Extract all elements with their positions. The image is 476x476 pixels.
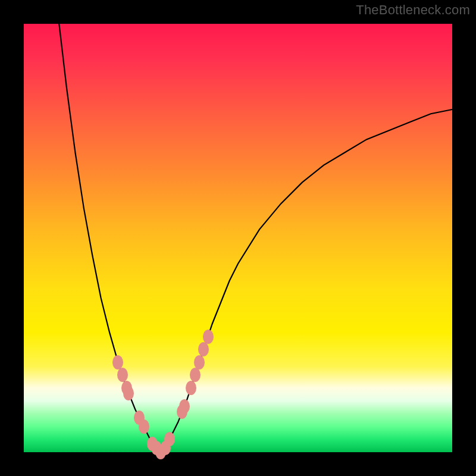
curve-marker-dot <box>203 330 214 344</box>
curve-marker-dot <box>198 342 209 356</box>
curve-marker-dot <box>190 368 201 382</box>
curve-marker-dot <box>186 381 196 395</box>
curve-marker-dot <box>179 399 190 414</box>
chart-frame: TheBottleneck.com <box>0 0 476 476</box>
curve-marker-dot <box>117 368 128 382</box>
plot-gradient-area <box>24 24 452 452</box>
curve-marker-dot <box>112 355 123 369</box>
curve-marker-dot <box>194 355 205 369</box>
watermark-text: TheBottleneck.com <box>356 2 470 18</box>
curve-marker-dot <box>123 386 134 400</box>
curve-marker-dot <box>164 432 175 446</box>
curve-marker-dot <box>139 419 149 434</box>
